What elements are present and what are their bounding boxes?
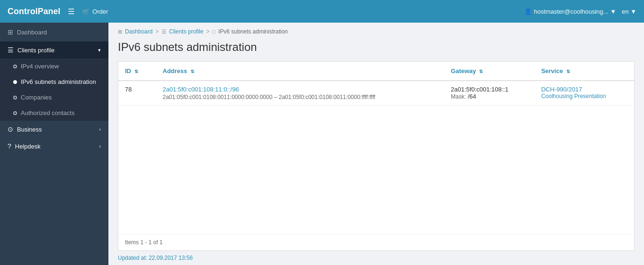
gateway-value: 2a01:5f0:c001:108::1 [451,86,528,93]
col-header-id[interactable]: ID ⇅ [118,62,156,81]
service-sub-link[interactable]: Coolhousing Presentation [541,93,606,99]
sidebar-item-label: IPv4 overview [21,63,59,70]
user-icon: 👤 [524,8,532,15]
sidebar-item-label: Helpdesk [15,143,41,150]
sort-arrows-id[interactable]: ⇅ [134,69,138,74]
sidebar-item-companies[interactable]: Companies [0,90,108,105]
profile-breadcrumb-icon: ☰ [162,29,166,35]
user-arrow-icon: ▼ [610,8,616,15]
layout: ⊞ Dashboard ☰ Clients profile ▾ IPv4 ove… [0,23,644,265]
sidebar-item-label: Companies [21,94,52,101]
mask-value: /64 [468,93,476,100]
topbar-right: 👤 hostmaster@coolhousing... ▼ en ▼ [524,8,636,15]
main-content: ⊞ Dashboard > ☰ Clients profile > □ IPv6… [108,23,644,265]
current-breadcrumb-icon: □ [212,29,215,34]
dashboard-icon: ⊞ [8,28,13,36]
chevron-down-icon: ▾ [98,47,101,53]
mask-label: Mask: [451,93,466,100]
breadcrumb-separator-1: > [156,28,159,35]
updated-label: Updated at: 22.09.2017 13:56 [118,255,193,261]
table-row: 78 2a01:5f0:c001:108:11:0::/96 2a01:05f0… [118,81,634,106]
breadcrumb-dashboard-link[interactable]: Dashboard [125,28,153,35]
order-label: Order [92,8,108,15]
sidebar-item-authorized-contacts[interactable]: Authorized contacts [0,105,108,121]
col-header-gateway[interactable]: Gateway ⇅ [444,62,535,81]
service-link[interactable]: DCH-990/2017 [541,86,582,93]
lang-label: en [622,8,628,15]
lang-arrow-icon: ▼ [630,8,636,15]
service-sub: Coolhousing Presentation [541,93,627,99]
helpdesk-icon: ? [8,142,11,150]
page-title: IPv6 subnets administration [118,41,635,54]
cart-icon: 🛒 [82,8,90,15]
brand-logo: ControlPanel [8,7,60,17]
breadcrumb: ⊞ Dashboard > ☰ Clients profile > □ IPv6… [108,23,644,39]
sidebar-item-label: Clients profile [17,47,55,54]
sidebar-submenu-clients: IPv4 overview IPv6 subnets administratio… [0,58,108,121]
sidebar-item-label: IPv6 subnets administration [21,78,96,85]
chevron-left-icon: ‹ [99,143,101,149]
sidebar-item-ipv6[interactable]: IPv6 subnets administration [0,74,108,90]
clients-profile-icon: ☰ [8,46,14,54]
sidebar-item-label: Authorized contacts [21,109,74,116]
order-button[interactable]: 🛒 Order [82,8,108,15]
topbar-center: ☰ 🛒 Order [68,7,524,16]
col-header-address[interactable]: Address ⇅ [156,62,444,81]
sort-arrows-gateway[interactable]: ⇅ [479,69,483,74]
language-selector[interactable]: en ▼ [622,8,636,15]
circle-icon [13,111,17,115]
mask-info: Mask: /64 [451,93,528,100]
sidebar-item-label: Dashboard [17,29,47,36]
sidebar: ⊞ Dashboard ☰ Clients profile ▾ IPv4 ove… [0,23,108,265]
table-cell-gateway: 2a01:5f0:c001:108::1 Mask: /64 [444,81,535,106]
table-cell-id: 78 [118,81,156,106]
col-header-service[interactable]: Service ⇅ [535,62,634,81]
hamburger-icon[interactable]: ☰ [68,7,74,16]
sidebar-item-clients-profile[interactable]: ☰ Clients profile ▾ [0,41,108,58]
content-card: ID ⇅ Address ⇅ Gateway ⇅ Service [118,61,635,251]
page-title-area: IPv6 subnets administration [108,39,644,61]
table-header-row: ID ⇅ Address ⇅ Gateway ⇅ Service [118,62,634,81]
address-main-link[interactable]: 2a01:5f0:c001:108:11:0::/96 [163,86,239,93]
breadcrumb-current: IPv6 subnets administration [218,28,288,35]
address-range: 2a01:05f0:c001:0108:0011:0000:0000:0000 … [163,94,438,100]
business-icon: ⊙ [8,125,13,133]
user-label: hostmaster@coolhousing... [534,8,608,15]
table-cell-service: DCH-990/2017 Coolhousing Presentation [535,81,634,106]
sort-arrows-service[interactable]: ⇅ [566,69,570,74]
sidebar-item-business[interactable]: ⊙ Business ‹ [0,121,108,138]
breadcrumb-separator-2: > [206,28,209,35]
circle-icon [13,96,17,99]
topbar: ControlPanel ☰ 🛒 Order 👤 hostmaster@cool… [0,0,644,23]
sidebar-item-ipv4[interactable]: IPv4 overview [0,58,108,74]
ipv6-table: ID ⇅ Address ⇅ Gateway ⇅ Service [118,62,634,106]
dashboard-breadcrumb-icon: ⊞ [118,29,122,35]
sort-arrows-address[interactable]: ⇅ [190,69,194,74]
topbar-left: ControlPanel [8,7,60,17]
sidebar-item-dashboard[interactable]: ⊞ Dashboard [0,23,108,41]
sidebar-item-helpdesk[interactable]: ? Helpdesk ‹ [0,138,108,155]
chevron-left-icon: ‹ [99,126,101,132]
footer: Updated at: 22.09.2017 13:56 [108,251,644,265]
circle-filled-icon [13,80,17,84]
breadcrumb-profile-link[interactable]: Clients profile [169,28,204,35]
items-count: Items 1 - 1 of 1 [118,234,634,250]
user-menu[interactable]: 👤 hostmaster@coolhousing... ▼ [524,8,616,15]
circle-icon [13,65,17,68]
table-cell-address: 2a01:5f0:c001:108:11:0::/96 2a01:05f0:c0… [156,81,444,106]
sidebar-item-label: Business [17,126,42,133]
